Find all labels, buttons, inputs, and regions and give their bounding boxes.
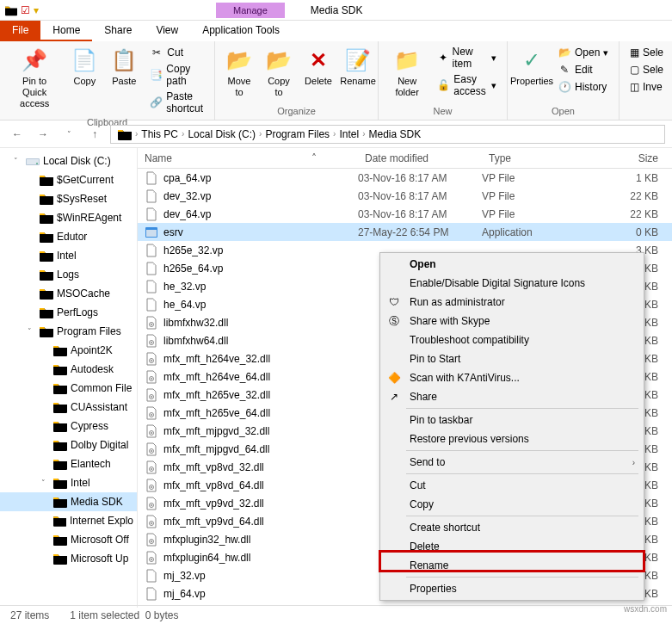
tree-item[interactable]: Internet Explo	[0, 511, 137, 530]
tab-file[interactable]: File	[0, 21, 40, 41]
file-size: 22 KB	[585, 208, 672, 220]
file-row[interactable]: dev_64.vp03-Nov-16 8:17 AMVP File22 KB	[138, 205, 672, 223]
menu-item-pin-to-taskbar[interactable]: Pin to taskbar	[382, 411, 642, 429]
breadcrumb-item[interactable]: This PC	[141, 128, 178, 140]
breadcrumb-item[interactable]: Local Disk (C:)	[188, 128, 256, 140]
menu-item-share[interactable]: ↗Share	[382, 387, 642, 406]
tree-item[interactable]: $SysReset	[0, 189, 137, 208]
paste-shortcut-button[interactable]: 🔗Paste shortcut	[146, 90, 207, 115]
tab-home[interactable]: Home	[40, 21, 92, 41]
menu-item-troubleshoot-compatibility[interactable]: Troubleshoot compatibility	[382, 331, 642, 349]
easy-access-button[interactable]: 🔓Easy access ▾	[434, 72, 500, 98]
expand-icon[interactable]: ˅	[28, 324, 36, 339]
history-button[interactable]: 🕐History	[554, 79, 612, 95]
breadcrumb[interactable]: › This PC› Local Disk (C:)› Program File…	[110, 125, 665, 144]
tree-item[interactable]: CUAssistant	[0, 398, 137, 417]
tree-item[interactable]: Autodesk	[0, 360, 137, 379]
tab-share[interactable]: Share	[92, 21, 144, 41]
delete-button[interactable]: ✕ Delete	[301, 45, 336, 89]
copy-path-button[interactable]: 📑Copy path	[146, 62, 207, 88]
tree-item[interactable]: Edutor	[0, 227, 137, 246]
dll-icon	[145, 497, 158, 510]
open-button[interactable]: 📂Open ▾	[554, 45, 612, 60]
menu-item-copy[interactable]: Copy	[382, 495, 642, 514]
breadcrumb-item[interactable]: Program Files	[265, 128, 330, 140]
paste-button[interactable]: 📋 Paste	[107, 45, 141, 89]
tree-item[interactable]: ˅Program Files	[0, 322, 137, 341]
column-date[interactable]: Date modified	[358, 152, 482, 164]
pin-quick-access-button[interactable]: 📌 Pin to Quick access	[7, 45, 62, 112]
tree-item[interactable]: PerfLogs	[0, 303, 137, 322]
menu-item-restore-previous-versions[interactable]: Restore previous versions	[382, 429, 642, 448]
tree-item[interactable]: Microsoft Off	[0, 530, 137, 549]
select-none-button[interactable]: ▢Sele	[626, 62, 660, 77]
tree-item[interactable]: Intel	[0, 246, 137, 265]
copy-button[interactable]: 📄 Copy	[67, 45, 102, 89]
tree-item[interactable]: Common File	[0, 379, 137, 398]
tree-item[interactable]: Apoint2K	[0, 341, 137, 360]
edit-button[interactable]: ✎Edit	[554, 62, 612, 77]
tree-item[interactable]: $WinREAgent	[0, 208, 137, 227]
menu-item-enable-disable-digital-signature-icons[interactable]: Enable/Disable Digital Signature Icons	[382, 274, 642, 293]
rename-button[interactable]: 📝 Rename	[341, 45, 375, 89]
folder-icon	[40, 174, 53, 186]
menu-item-cut[interactable]: Cut	[382, 476, 642, 495]
menu-item-delete[interactable]: Delete	[382, 537, 642, 556]
tree-item[interactable]: ˅Intel	[0, 473, 137, 492]
column-size[interactable]: Size	[585, 152, 672, 164]
menu-item-send-to[interactable]: Send to›	[382, 453, 642, 472]
tree-item[interactable]: $GetCurrent	[0, 170, 137, 189]
cut-button[interactable]: ✂Cut	[146, 45, 207, 60]
navigation-tree[interactable]: ˅Local Disk (C:)$GetCurrent$SysReset$Win…	[0, 148, 138, 608]
tree-item[interactable]: Dolby Digital	[0, 436, 137, 454]
recent-dropdown[interactable]: ˅	[59, 124, 79, 145]
breadcrumb-item[interactable]: Intel	[339, 128, 359, 140]
menu-item-properties[interactable]: Properties	[382, 579, 642, 598]
column-name[interactable]: Name˄	[138, 152, 358, 164]
menu-label: Rename	[410, 559, 448, 571]
context-menu[interactable]: OpenEnable/Disable Digital Signature Ico…	[379, 252, 644, 601]
tree-item[interactable]: Logs	[0, 265, 137, 284]
back-button[interactable]: ←	[7, 124, 28, 145]
folder-icon	[40, 193, 53, 205]
tree-item[interactable]: Microsoft Up	[0, 549, 137, 568]
tree-item[interactable]: MSOCache	[0, 284, 137, 303]
menu-item-pin-to-start[interactable]: Pin to Start	[382, 349, 642, 368]
up-button[interactable]: ↑	[84, 124, 105, 145]
qat-new-folder-icon[interactable]: ▾	[34, 4, 39, 16]
column-headers[interactable]: Name˄ Date modified Type Size	[138, 148, 672, 169]
file-row[interactable]: esrv27-May-22 6:54 PMApplication0 KB	[138, 223, 672, 241]
tree-item[interactable]: ˅Local Disk (C:)	[0, 151, 137, 170]
select-all-button[interactable]: ▦Sele	[626, 45, 660, 60]
tree-item[interactable]: Media SDK	[0, 492, 137, 511]
expand-icon[interactable]: ˅	[41, 475, 50, 491]
breadcrumb-item[interactable]: Media SDK	[368, 128, 421, 140]
file-icon	[145, 587, 158, 601]
dll-icon	[145, 370, 158, 384]
menu-item-open[interactable]: Open	[382, 255, 642, 274]
properties-button[interactable]: ✓ Properties	[515, 45, 549, 89]
tab-application-tools[interactable]: Application Tools	[190, 21, 292, 41]
file-row[interactable]: cpa_64.vp03-Nov-16 8:17 AMVP File1 KB	[138, 169, 672, 187]
menu-item-rename[interactable]: Rename	[382, 556, 642, 575]
new-item-button[interactable]: ✦New item ▾	[434, 45, 500, 71]
folder-icon	[40, 325, 53, 337]
forward-button[interactable]: →	[33, 124, 53, 145]
menu-item-create-shortcut[interactable]: Create shortcut	[382, 518, 642, 537]
tree-item[interactable]: Cypress	[0, 417, 137, 436]
tree-item[interactable]: Elantech	[0, 454, 137, 473]
new-folder-button[interactable]: 📁 New folder	[385, 45, 428, 100]
move-to-button[interactable]: 📂 Move to	[222, 45, 256, 100]
menu-item-share-with-skype[interactable]: ⓈShare with Skype	[382, 312, 642, 331]
expand-icon[interactable]: ˅	[14, 153, 22, 169]
menu-item-run-as-administrator[interactable]: 🛡Run as administrator	[382, 293, 642, 312]
contextual-tab-manage[interactable]: Manage	[216, 3, 285, 18]
copy-to-button[interactable]: 📂 Copy to	[262, 45, 296, 100]
tab-view[interactable]: View	[144, 21, 190, 41]
file-row[interactable]: dev_32.vp03-Nov-16 8:17 AMVP File22 KB	[138, 187, 672, 205]
menu-item-scan-with-k7antivirus-[interactable]: 🔶Scan with K7AntiVirus...	[382, 368, 642, 387]
tree-label: Dolby Digital	[71, 437, 128, 453]
column-type[interactable]: Type	[482, 152, 585, 164]
invert-selection-button[interactable]: ◫Inve	[626, 79, 660, 95]
qat-checkbox-icon[interactable]: ☑	[21, 4, 30, 16]
